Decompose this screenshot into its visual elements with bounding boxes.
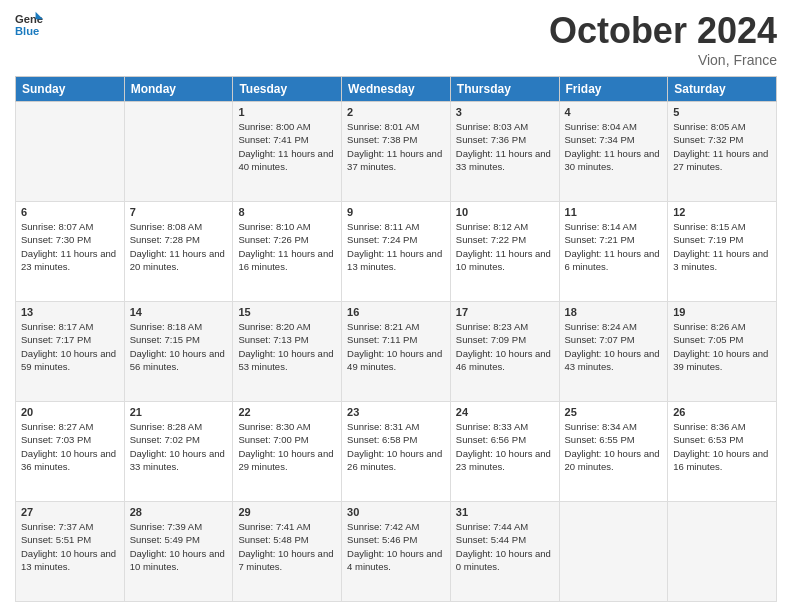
calendar-week-row: 27Sunrise: 7:37 AM Sunset: 5:51 PM Dayli… — [16, 502, 777, 602]
day-number: 6 — [21, 206, 119, 218]
table-row: 2Sunrise: 8:01 AM Sunset: 7:38 PM Daylig… — [342, 102, 451, 202]
header-saturday: Saturday — [668, 77, 777, 102]
day-number: 22 — [238, 406, 336, 418]
day-number: 7 — [130, 206, 228, 218]
calendar-table: Sunday Monday Tuesday Wednesday Thursday… — [15, 76, 777, 602]
day-info: Sunrise: 8:10 AM Sunset: 7:26 PM Dayligh… — [238, 220, 336, 273]
table-row: 5Sunrise: 8:05 AM Sunset: 7:32 PM Daylig… — [668, 102, 777, 202]
table-row: 9Sunrise: 8:11 AM Sunset: 7:24 PM Daylig… — [342, 202, 451, 302]
weekday-header-row: Sunday Monday Tuesday Wednesday Thursday… — [16, 77, 777, 102]
day-number: 15 — [238, 306, 336, 318]
table-row: 19Sunrise: 8:26 AM Sunset: 7:05 PM Dayli… — [668, 302, 777, 402]
day-number: 1 — [238, 106, 336, 118]
day-info: Sunrise: 8:24 AM Sunset: 7:07 PM Dayligh… — [565, 320, 663, 373]
table-row: 4Sunrise: 8:04 AM Sunset: 7:34 PM Daylig… — [559, 102, 668, 202]
calendar-week-row: 1Sunrise: 8:00 AM Sunset: 7:41 PM Daylig… — [16, 102, 777, 202]
day-info: Sunrise: 8:01 AM Sunset: 7:38 PM Dayligh… — [347, 120, 445, 173]
day-number: 21 — [130, 406, 228, 418]
header: General Blue October 2024 Vion, France — [15, 10, 777, 68]
table-row: 26Sunrise: 8:36 AM Sunset: 6:53 PM Dayli… — [668, 402, 777, 502]
table-row: 28Sunrise: 7:39 AM Sunset: 5:49 PM Dayli… — [124, 502, 233, 602]
day-info: Sunrise: 7:39 AM Sunset: 5:49 PM Dayligh… — [130, 520, 228, 573]
day-info: Sunrise: 8:20 AM Sunset: 7:13 PM Dayligh… — [238, 320, 336, 373]
table-row: 7Sunrise: 8:08 AM Sunset: 7:28 PM Daylig… — [124, 202, 233, 302]
day-number: 31 — [456, 506, 554, 518]
day-info: Sunrise: 8:28 AM Sunset: 7:02 PM Dayligh… — [130, 420, 228, 473]
day-number: 11 — [565, 206, 663, 218]
table-row: 6Sunrise: 8:07 AM Sunset: 7:30 PM Daylig… — [16, 202, 125, 302]
table-row: 16Sunrise: 8:21 AM Sunset: 7:11 PM Dayli… — [342, 302, 451, 402]
calendar-week-row: 6Sunrise: 8:07 AM Sunset: 7:30 PM Daylig… — [16, 202, 777, 302]
day-info: Sunrise: 8:26 AM Sunset: 7:05 PM Dayligh… — [673, 320, 771, 373]
day-number: 19 — [673, 306, 771, 318]
table-row: 29Sunrise: 7:41 AM Sunset: 5:48 PM Dayli… — [233, 502, 342, 602]
table-row — [559, 502, 668, 602]
table-row: 21Sunrise: 8:28 AM Sunset: 7:02 PM Dayli… — [124, 402, 233, 502]
table-row: 17Sunrise: 8:23 AM Sunset: 7:09 PM Dayli… — [450, 302, 559, 402]
table-row: 15Sunrise: 8:20 AM Sunset: 7:13 PM Dayli… — [233, 302, 342, 402]
table-row: 3Sunrise: 8:03 AM Sunset: 7:36 PM Daylig… — [450, 102, 559, 202]
day-number: 24 — [456, 406, 554, 418]
day-number: 28 — [130, 506, 228, 518]
title-block: October 2024 Vion, France — [549, 10, 777, 68]
day-info: Sunrise: 8:18 AM Sunset: 7:15 PM Dayligh… — [130, 320, 228, 373]
day-info: Sunrise: 8:08 AM Sunset: 7:28 PM Dayligh… — [130, 220, 228, 273]
day-number: 14 — [130, 306, 228, 318]
day-number: 30 — [347, 506, 445, 518]
day-info: Sunrise: 8:15 AM Sunset: 7:19 PM Dayligh… — [673, 220, 771, 273]
day-number: 29 — [238, 506, 336, 518]
day-info: Sunrise: 8:11 AM Sunset: 7:24 PM Dayligh… — [347, 220, 445, 273]
day-info: Sunrise: 8:00 AM Sunset: 7:41 PM Dayligh… — [238, 120, 336, 173]
day-number: 27 — [21, 506, 119, 518]
calendar-week-row: 13Sunrise: 8:17 AM Sunset: 7:17 PM Dayli… — [16, 302, 777, 402]
day-number: 26 — [673, 406, 771, 418]
day-number: 13 — [21, 306, 119, 318]
table-row: 13Sunrise: 8:17 AM Sunset: 7:17 PM Dayli… — [16, 302, 125, 402]
table-row: 24Sunrise: 8:33 AM Sunset: 6:56 PM Dayli… — [450, 402, 559, 502]
day-info: Sunrise: 8:04 AM Sunset: 7:34 PM Dayligh… — [565, 120, 663, 173]
day-info: Sunrise: 8:07 AM Sunset: 7:30 PM Dayligh… — [21, 220, 119, 273]
day-info: Sunrise: 8:33 AM Sunset: 6:56 PM Dayligh… — [456, 420, 554, 473]
calendar-week-row: 20Sunrise: 8:27 AM Sunset: 7:03 PM Dayli… — [16, 402, 777, 502]
location: Vion, France — [549, 52, 777, 68]
day-info: Sunrise: 7:41 AM Sunset: 5:48 PM Dayligh… — [238, 520, 336, 573]
day-info: Sunrise: 8:36 AM Sunset: 6:53 PM Dayligh… — [673, 420, 771, 473]
table-row: 31Sunrise: 7:44 AM Sunset: 5:44 PM Dayli… — [450, 502, 559, 602]
table-row: 25Sunrise: 8:34 AM Sunset: 6:55 PM Dayli… — [559, 402, 668, 502]
table-row: 11Sunrise: 8:14 AM Sunset: 7:21 PM Dayli… — [559, 202, 668, 302]
table-row: 1Sunrise: 8:00 AM Sunset: 7:41 PM Daylig… — [233, 102, 342, 202]
header-friday: Friday — [559, 77, 668, 102]
day-number: 10 — [456, 206, 554, 218]
table-row — [668, 502, 777, 602]
header-thursday: Thursday — [450, 77, 559, 102]
day-info: Sunrise: 8:31 AM Sunset: 6:58 PM Dayligh… — [347, 420, 445, 473]
day-number: 25 — [565, 406, 663, 418]
day-info: Sunrise: 7:44 AM Sunset: 5:44 PM Dayligh… — [456, 520, 554, 573]
table-row: 20Sunrise: 8:27 AM Sunset: 7:03 PM Dayli… — [16, 402, 125, 502]
day-info: Sunrise: 7:37 AM Sunset: 5:51 PM Dayligh… — [21, 520, 119, 573]
header-monday: Monday — [124, 77, 233, 102]
day-info: Sunrise: 8:17 AM Sunset: 7:17 PM Dayligh… — [21, 320, 119, 373]
month-title: October 2024 — [549, 10, 777, 52]
day-number: 17 — [456, 306, 554, 318]
day-number: 8 — [238, 206, 336, 218]
day-info: Sunrise: 8:30 AM Sunset: 7:00 PM Dayligh… — [238, 420, 336, 473]
day-number: 23 — [347, 406, 445, 418]
logo-icon: General Blue — [15, 10, 43, 38]
header-sunday: Sunday — [16, 77, 125, 102]
table-row: 10Sunrise: 8:12 AM Sunset: 7:22 PM Dayli… — [450, 202, 559, 302]
table-row — [124, 102, 233, 202]
table-row: 12Sunrise: 8:15 AM Sunset: 7:19 PM Dayli… — [668, 202, 777, 302]
day-number: 9 — [347, 206, 445, 218]
table-row: 23Sunrise: 8:31 AM Sunset: 6:58 PM Dayli… — [342, 402, 451, 502]
table-row — [16, 102, 125, 202]
day-info: Sunrise: 8:21 AM Sunset: 7:11 PM Dayligh… — [347, 320, 445, 373]
day-number: 20 — [21, 406, 119, 418]
logo: General Blue — [15, 10, 43, 38]
calendar-page: General Blue October 2024 Vion, France S… — [0, 0, 792, 612]
day-number: 16 — [347, 306, 445, 318]
table-row: 14Sunrise: 8:18 AM Sunset: 7:15 PM Dayli… — [124, 302, 233, 402]
table-row: 8Sunrise: 8:10 AM Sunset: 7:26 PM Daylig… — [233, 202, 342, 302]
day-info: Sunrise: 8:34 AM Sunset: 6:55 PM Dayligh… — [565, 420, 663, 473]
table-row: 18Sunrise: 8:24 AM Sunset: 7:07 PM Dayli… — [559, 302, 668, 402]
